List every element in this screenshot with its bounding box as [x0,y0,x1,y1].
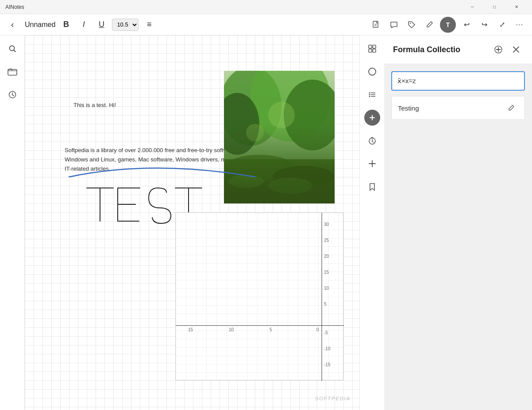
toolbar-left: ‹ Unnamed B I U 10.5 8 10 12 14 16 ≡ [5,18,366,32]
back-button[interactable]: ‹ [5,18,19,32]
panel-title: Formula Collectio [393,45,460,54]
pen-icon [425,20,434,29]
fullscreen-button[interactable]: ⤢ [495,18,509,32]
toolbar: ‹ Unnamed B I U 10.5 8 10 12 14 16 ≡ [0,14,532,35]
formula-edit-button[interactable] [504,101,518,115]
svg-text:5: 5 [270,327,272,332]
svg-rect-45 [373,45,376,48]
chat-icon [389,20,398,29]
svg-text:15: 15 [188,327,193,332]
svg-point-48 [369,68,376,75]
panel-add-button[interactable] [491,42,505,57]
minimize-button[interactable]: ─ [462,0,482,14]
svg-rect-46 [369,49,372,52]
note-canvas[interactable]: This is a test. Hi! Softpedia is a libra… [25,35,359,410]
grid-view-icon[interactable] [364,41,380,57]
history-icon[interactable] [4,87,20,103]
watermark: SOFTPEDIA [315,396,351,401]
close-button[interactable]: ✕ [506,0,527,14]
bold-button[interactable]: B [59,18,73,32]
underline-button[interactable]: U [94,18,108,32]
right-sidebar [359,35,384,410]
tag-icon [407,20,416,29]
formula-item: Testing [391,96,525,120]
pdf-icon [372,20,381,29]
font-size-select[interactable]: 10.5 8 10 12 14 16 [112,19,139,31]
search-icon[interactable] [4,41,20,57]
circle-icon[interactable] [364,64,380,80]
panel-header-buttons [491,42,523,57]
hello-text: This is a test. Hi! [73,102,116,108]
svg-point-53 [369,96,370,97]
tag-button[interactable] [405,18,419,32]
main-layout: This is a test. Hi! Softpedia is a libra… [0,35,532,410]
right-section: Formula Collectio [359,35,532,410]
window-controls: ─ □ ✕ [462,0,527,14]
title-bar: AINotes ─ □ ✕ [0,0,532,14]
chat-button[interactable] [387,18,401,32]
bookmark-icon[interactable] [364,179,380,195]
undo-button[interactable]: ↩ [459,18,474,32]
panel-header: Formula Collectio [384,35,532,64]
formula-input[interactable] [391,71,525,91]
left-sidebar [0,35,25,410]
svg-text:15: 15 [324,270,329,275]
italic-button[interactable]: I [77,18,91,32]
formula-item-text: Testing [398,104,419,112]
svg-text:0: 0 [316,327,319,332]
svg-line-61 [372,142,374,142]
svg-rect-44 [369,45,372,48]
panel-close-button[interactable] [509,42,523,57]
svg-point-15 [273,166,335,188]
more-button[interactable]: ··· [513,18,527,32]
svg-text:5: 5 [324,302,327,307]
svg-text:30: 30 [324,222,329,227]
avatar-button[interactable]: T [440,17,456,33]
svg-rect-28 [176,213,344,381]
svg-text:10: 10 [324,286,329,291]
list-button[interactable]: ≡ [142,18,156,32]
plus-icon[interactable] [364,156,380,172]
note-content: This is a test. Hi! Softpedia is a libra… [25,35,359,410]
list-icon[interactable] [364,87,380,103]
svg-point-17 [268,178,312,194]
svg-text:25: 25 [324,238,329,243]
svg-point-18 [268,102,295,128]
app-title: AINotes [5,4,24,10]
maximize-button[interactable]: □ [484,0,505,14]
redo-button[interactable]: ↪ [477,18,491,32]
svg-point-49 [369,92,370,94]
title-bar-left: AINotes [5,4,24,10]
panel-body: Testing [384,64,532,127]
note-title: Unnamed [25,21,55,29]
svg-point-4 [9,46,14,51]
timer-icon[interactable] [364,133,380,149]
formula-panel: Formula Collectio [384,35,532,410]
graph-area: 30 25 20 15 10 5 -5 -10 -15 15 10 5 0 [175,212,343,380]
folder-icon[interactable] [4,64,20,80]
svg-point-3 [410,23,411,23]
svg-point-19 [246,124,264,142]
toolbar-right: T ↩ ↪ ⤢ ··· [369,17,527,33]
svg-rect-47 [373,49,376,52]
svg-text:20: 20 [324,254,329,259]
pdf-button[interactable] [369,18,383,32]
svg-text:10: 10 [229,327,234,332]
svg-text:-5: -5 [324,330,328,335]
svg-line-5 [14,50,15,52]
add-circle-button[interactable] [364,110,380,126]
pen-button[interactable] [422,18,436,32]
svg-point-51 [369,94,370,96]
svg-text:-15: -15 [324,362,331,367]
svg-text:-10: -10 [324,346,331,351]
